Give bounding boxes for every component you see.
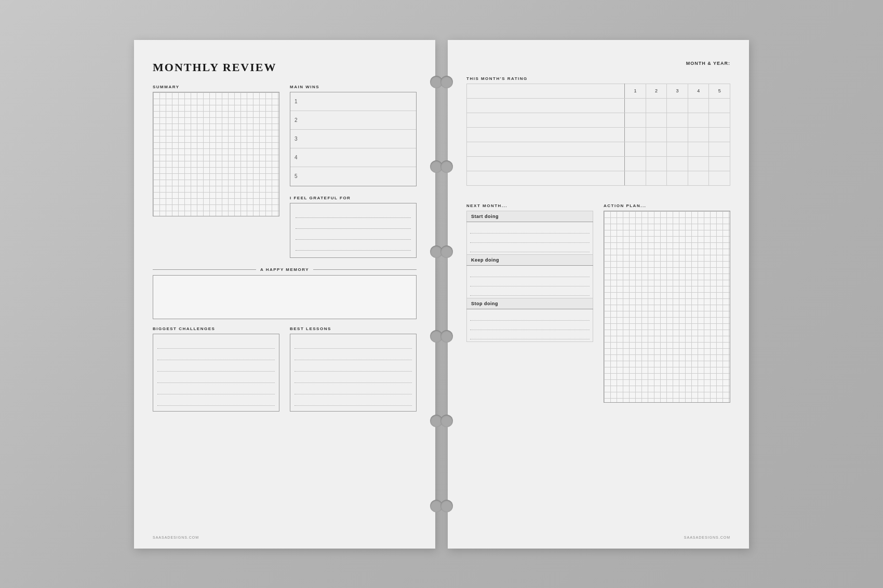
rating-row xyxy=(467,113,730,127)
rating-section: THIS MONTH'S RATING 1 2 3 4 5 xyxy=(466,76,730,186)
stop-doing-row: Stop doing xyxy=(467,298,593,309)
hole-r1 xyxy=(440,76,453,88)
wins-item-1: 1 xyxy=(290,92,416,111)
left-footer: SAASADESIGNS.COM xyxy=(153,536,199,539)
wins-item-2: 2 xyxy=(290,111,416,130)
right-footer: SAASADESIGNS.COM xyxy=(684,536,730,539)
doing-table: Start doing xyxy=(466,211,593,342)
happy-memory-box xyxy=(153,275,417,319)
next-month-label: NEXT MONTH... xyxy=(466,203,593,208)
rating-row xyxy=(467,98,730,113)
hole-r5 xyxy=(440,415,453,427)
rating-col-1: 1 xyxy=(625,84,646,98)
lessons-box xyxy=(290,334,417,412)
rating-col-2: 2 xyxy=(646,84,667,98)
challenges-lessons-section: BIGGEST CHALLENGES BEST LESSONS xyxy=(153,326,417,412)
left-top-section: SUMMARY MAIN WINS 1 2 3 4 5 I FEEL GRATE… xyxy=(153,85,417,258)
challenges-label: BIGGEST CHALLENGES xyxy=(153,326,279,331)
summary-grid xyxy=(153,92,279,216)
hole-r6 xyxy=(440,500,453,512)
rating-row xyxy=(467,142,730,156)
start-doing-lines-row xyxy=(467,222,593,254)
keep-doing-label: Keep doing xyxy=(467,254,593,265)
month-year-label: MONTH & YEAR: xyxy=(686,61,730,66)
summary-label: SUMMARY xyxy=(153,85,279,89)
next-month-section: NEXT MONTH... Start doing xyxy=(466,195,593,403)
rating-row xyxy=(467,171,730,185)
action-plan-label: ACTION PLAN... xyxy=(604,203,730,208)
rating-row xyxy=(467,127,730,142)
hole-r2 xyxy=(440,160,453,173)
challenges-box xyxy=(153,334,279,412)
action-plan-grid xyxy=(604,211,730,403)
rating-label: THIS MONTH'S RATING xyxy=(466,76,730,81)
hole-punches-left xyxy=(440,40,453,549)
next-month-action-section: NEXT MONTH... Start doing xyxy=(466,195,730,403)
wins-item-5: 5 xyxy=(290,167,416,186)
rating-row xyxy=(467,156,730,171)
happy-memory-label: A HAPPY MEMORY xyxy=(260,267,309,272)
hm-line-left xyxy=(153,269,256,270)
start-doing-row: Start doing xyxy=(467,211,593,222)
left-page: MONTHLY REVIEW SUMMARY MAIN WINS 1 2 3 4… xyxy=(134,40,435,549)
lessons-label: BEST LESSONS xyxy=(290,326,417,331)
rating-col-5: 5 xyxy=(709,84,730,98)
wins-item-4: 4 xyxy=(290,148,416,167)
page-title: MONTHLY REVIEW xyxy=(153,61,417,74)
lessons-section: BEST LESSONS xyxy=(290,326,417,412)
stop-doing-lines-row xyxy=(467,309,593,341)
month-year-header: MONTH & YEAR: xyxy=(466,61,730,66)
grateful-section: I FEEL GRATEFUL FOR xyxy=(290,196,417,258)
start-doing-label: Start doing xyxy=(467,211,593,222)
action-plan-section: ACTION PLAN... xyxy=(604,195,730,403)
main-wins-label: MAIN WINS xyxy=(290,85,417,89)
wins-list: 1 2 3 4 5 xyxy=(290,92,417,186)
happy-memory-header: A HAPPY MEMORY xyxy=(153,267,417,272)
main-wins-section: MAIN WINS 1 2 3 4 5 I FEEL GRATEFUL FOR xyxy=(290,85,417,258)
right-page: MONTH & YEAR: THIS MONTH'S RATING 1 2 3 … xyxy=(448,40,749,549)
keep-doing-lines-row xyxy=(467,265,593,298)
grateful-label: I FEEL GRATEFUL FOR xyxy=(290,196,417,200)
rating-col-4: 4 xyxy=(688,84,709,98)
rating-col-3: 3 xyxy=(667,84,688,98)
wins-item-3: 3 xyxy=(290,130,416,148)
rating-table: 1 2 3 4 5 xyxy=(466,84,730,186)
grateful-box xyxy=(290,203,417,258)
hole-r4 xyxy=(440,330,453,343)
keep-doing-row: Keep doing xyxy=(467,254,593,265)
challenges-section: BIGGEST CHALLENGES xyxy=(153,326,279,412)
hole-r3 xyxy=(440,245,453,258)
hm-line-right xyxy=(313,269,417,270)
summary-section: SUMMARY xyxy=(153,85,279,258)
stop-doing-label: Stop doing xyxy=(467,298,593,309)
rating-header-empty xyxy=(467,84,625,98)
happy-memory-section: A HAPPY MEMORY xyxy=(153,267,417,319)
